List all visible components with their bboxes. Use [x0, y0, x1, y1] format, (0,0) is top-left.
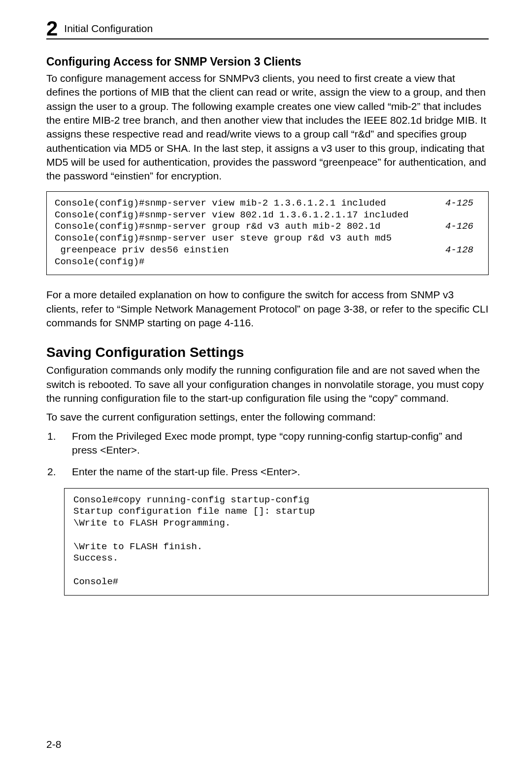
- chapter-number: 2: [46, 17, 57, 40]
- page-content: Configuring Access for SNMP Version 3 Cl…: [46, 43, 489, 596]
- page-header: 2 Initial Configuration: [46, 17, 489, 40]
- code-block-snmp: Console(config)#snmp-server view mib-2 1…: [46, 191, 489, 276]
- step-item: 2.Enter the name of the start-up file. P…: [46, 465, 489, 479]
- intro-paragraph: To configure management access for SNMPv…: [46, 71, 489, 183]
- saving-p1: Configuration commands only modify the r…: [46, 363, 489, 405]
- page-number: 2-8: [46, 739, 61, 750]
- steps-list: 1.From the Privileged Exec mode prompt, …: [46, 429, 489, 479]
- saving-p2: To save the current configuration settin…: [46, 410, 489, 424]
- header-title: Initial Configuration: [64, 23, 153, 35]
- step-text: From the Privileged Exec mode prompt, ty…: [72, 430, 463, 456]
- step-number: 1.: [47, 429, 56, 443]
- code-block-copy: Console#copy running-config startup-conf…: [64, 488, 489, 596]
- step-text: Enter the name of the start-up file. Pre…: [72, 466, 300, 477]
- step-item: 1.From the Privileged Exec mode prompt, …: [46, 429, 489, 457]
- subsection-heading: Configuring Access for SNMP Version 3 Cl…: [46, 55, 489, 69]
- followup-paragraph: For a more detailed explanation on how t…: [46, 288, 489, 330]
- section-heading: Saving Configuration Settings: [46, 345, 489, 360]
- step-number: 2.: [47, 465, 56, 479]
- header-rule: [46, 38, 489, 39]
